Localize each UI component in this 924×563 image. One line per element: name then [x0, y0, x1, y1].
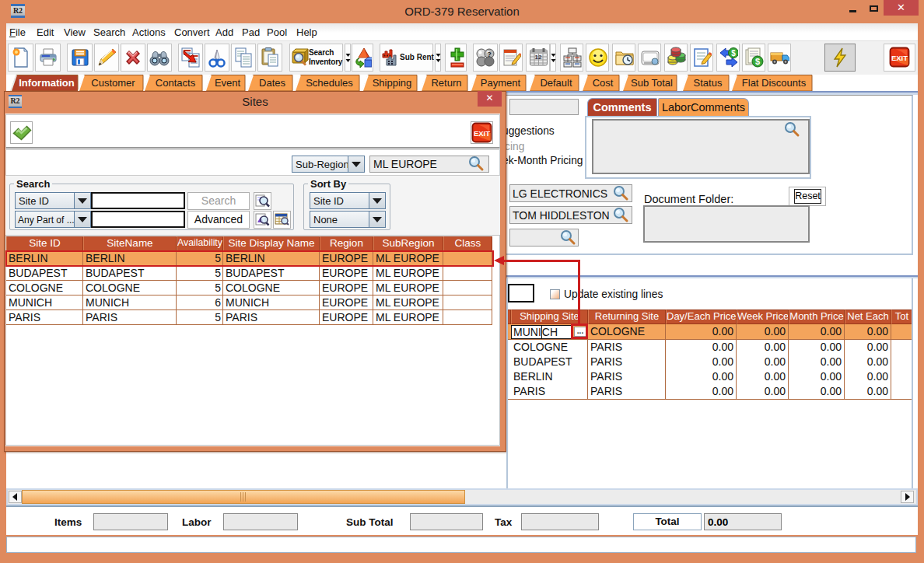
svg-text:Sub Total: Sub Total	[631, 77, 673, 89]
svg-text:Event: Event	[215, 77, 241, 89]
svg-text:Return: Return	[431, 77, 461, 89]
svg-text:Customer: Customer	[91, 77, 135, 89]
svg-text:Status: Status	[694, 77, 723, 89]
svg-text:Information: Information	[19, 77, 75, 89]
svg-text:Default: Default	[540, 77, 572, 89]
svg-text:Dates: Dates	[259, 77, 285, 89]
svg-text:Schedules: Schedules	[306, 77, 353, 89]
svg-text:Payment: Payment	[481, 77, 521, 89]
svg-text:Flat Discounts: Flat Discounts	[742, 77, 807, 89]
svg-text:Cost: Cost	[593, 77, 614, 89]
svg-text:Shipping: Shipping	[373, 77, 412, 89]
svg-text:Contacts: Contacts	[156, 77, 196, 89]
